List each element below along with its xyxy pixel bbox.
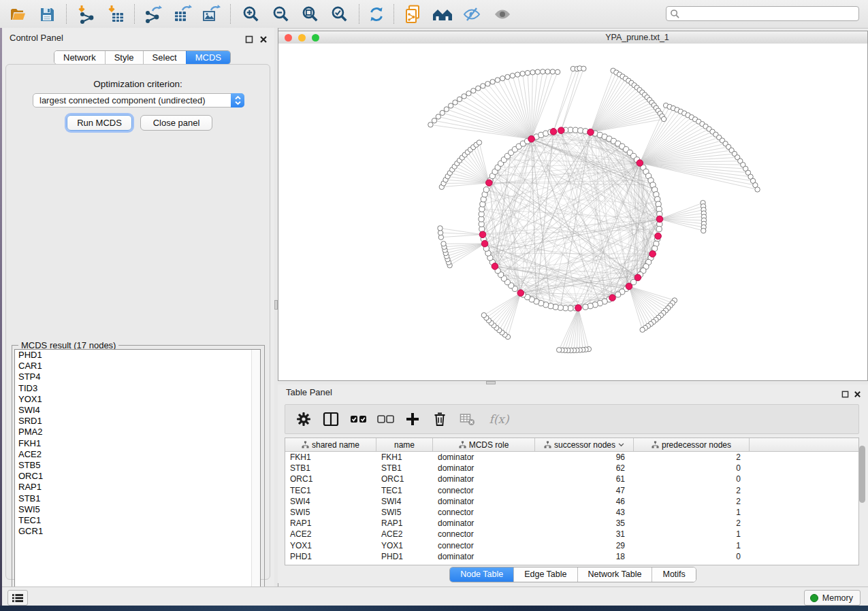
network-dominator-node[interactable] [634,274,641,281]
refresh-layout-icon[interactable] [366,3,387,24]
mcds-result-list[interactable]: PHD1CAR1STP4TID3YOX1SWI4SRD1PMA2FKH1ACE2… [14,349,261,595]
network-dominator-node[interactable] [517,290,524,297]
mcds-node-item[interactable]: ACE2 [15,449,260,460]
network-leaf-node[interactable] [540,69,545,74]
network-leaf-node[interactable] [466,91,471,96]
network-leaf-node[interactable] [457,97,462,101]
deselect-all-icon[interactable] [376,410,394,428]
search-input[interactable] [680,8,858,19]
mcds-node-item[interactable]: TID3 [15,383,260,394]
search-field[interactable] [666,6,859,21]
open-file-icon[interactable] [7,3,29,24]
network-leaf-node[interactable] [485,81,490,86]
toggle-column-pane-icon[interactable] [322,410,340,428]
save-session-icon[interactable] [36,3,58,24]
column-header-predecessor-nodes[interactable]: predecessor nodes [634,438,750,451]
mcds-node-item[interactable]: PMA2 [15,427,260,437]
tab-network-table[interactable]: Network Table [577,567,652,582]
network-from-file-icon[interactable] [402,3,424,24]
mcds-node-item[interactable]: SWI4 [15,405,260,416]
zoom-out-icon[interactable] [270,3,291,24]
network-leaf-node[interactable] [453,100,457,105]
network-leaf-node[interactable] [490,80,495,84]
show-details-eye-icon[interactable] [492,3,513,24]
export-image-icon[interactable] [200,3,222,24]
tab-edge-table[interactable]: Edge Table [513,567,577,582]
network-leaf-node[interactable] [661,116,666,121]
close-panel-button[interactable]: Close panel [140,115,212,131]
close-panel-icon[interactable] [259,34,268,42]
zoom-selected-icon[interactable] [328,3,350,24]
network-dominator-node[interactable] [655,233,662,240]
network-leaf-node[interactable] [550,69,555,74]
mcds-node-item[interactable]: ORC1 [15,471,260,482]
scrollbar-thumb[interactable] [859,446,865,503]
zoom-in-icon[interactable] [240,3,261,24]
network-graph-canvas[interactable] [278,44,867,380]
network-leaf-node[interactable] [581,66,586,71]
network-leaf-node[interactable] [640,327,645,332]
mcds-node-item[interactable]: GCR1 [15,526,260,537]
network-node[interactable] [615,292,621,297]
home-icon[interactable] [432,3,453,24]
mcds-node-item[interactable]: FKH1 [15,438,260,449]
import-network-icon[interactable] [75,3,97,24]
network-dominator-node[interactable] [626,283,632,290]
mcds-node-item[interactable]: PHD1 [15,350,260,361]
mcds-node-item[interactable]: STB5 [15,460,260,471]
tab-node-table[interactable]: Node Table [450,567,513,582]
column-header-name[interactable]: name [376,438,433,451]
network-node[interactable] [483,187,489,193]
network-leaf-node[interactable] [515,72,520,77]
window-minimize-light[interactable] [298,34,306,42]
delete-table-icon[interactable] [458,410,476,428]
network-leaf-node[interactable] [510,73,515,78]
column-header-shared-name[interactable]: shared name [285,438,376,451]
network-leaf-node[interactable] [438,226,443,231]
export-network-icon[interactable] [142,3,164,24]
network-leaf-node[interactable] [471,88,476,93]
table-row[interactable]: PHD1PHD1dominator180 [285,551,858,562]
window-close-light[interactable] [285,34,292,42]
table-row[interactable]: RAP1RAP1dominator352 [285,518,858,529]
network-leaf-node[interactable] [436,114,440,119]
table-row[interactable]: FKH1FKH1dominator962 [285,452,858,463]
run-mcds-button[interactable]: Run MCDS [67,115,132,131]
network-leaf-node[interactable] [462,94,466,99]
network-dominator-node[interactable] [588,129,594,136]
network-leaf-node[interactable] [481,312,486,317]
network-leaf-node[interactable] [440,110,445,115]
network-dominator-node[interactable] [492,263,498,270]
select-all-icon[interactable] [349,410,367,428]
memory-button[interactable]: Memory [804,590,861,606]
delete-column-icon[interactable] [431,410,449,428]
float-panel-icon[interactable] [841,389,850,397]
network-leaf-node[interactable] [481,84,485,88]
mcds-node-item[interactable]: TEC1 [15,515,260,526]
network-dominator-node[interactable] [486,180,493,186]
network-dominator-node[interactable] [649,250,656,257]
network-dominator-node[interactable] [637,160,643,167]
mcds-node-item[interactable]: YOX1 [15,394,260,405]
network-leaf-node[interactable] [448,103,453,108]
table-row[interactable]: YOX1YOX1connector291 [285,540,858,551]
network-leaf-node[interactable] [500,76,504,81]
network-dominator-node[interactable] [558,127,565,134]
network-leaf-node[interactable] [530,70,535,75]
table-row[interactable]: SWI5SWI5connector431 [285,507,858,518]
network-dominator-node[interactable] [481,240,488,247]
mcds-list-scrollbar[interactable] [251,350,260,594]
window-zoom-light[interactable] [312,34,319,42]
column-header-MCDS-role[interactable]: MCDS role [433,438,535,451]
network-leaf-node[interactable] [495,78,500,82]
network-leaf-node[interactable] [555,69,560,74]
network-dominator-node[interactable] [575,305,582,312]
network-dominator-node[interactable] [528,135,535,142]
network-dominator-node[interactable] [550,129,557,135]
table-row[interactable]: STB1STB1dominator620 [285,463,858,474]
export-table-icon[interactable] [172,3,193,24]
network-dominator-node[interactable] [479,231,486,238]
network-leaf-node[interactable] [428,122,433,127]
table-row[interactable]: SWI4SWI4dominator462 [285,496,858,507]
network-leaf-node[interactable] [535,69,540,74]
